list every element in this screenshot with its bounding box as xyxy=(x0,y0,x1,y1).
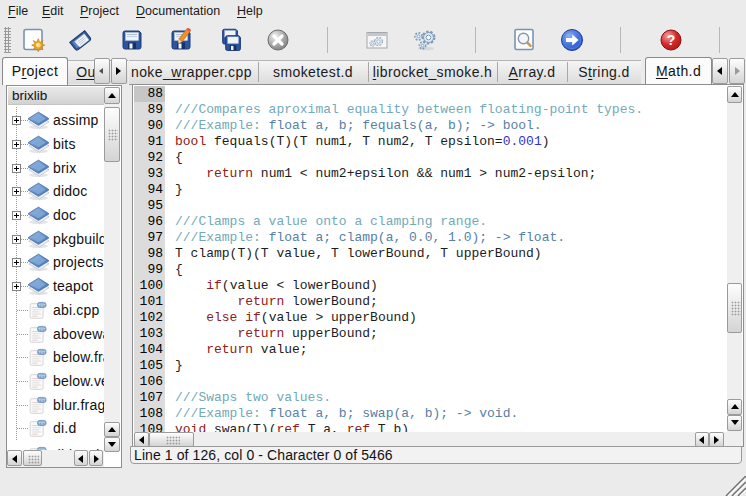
svg-text:?: ? xyxy=(667,32,676,48)
